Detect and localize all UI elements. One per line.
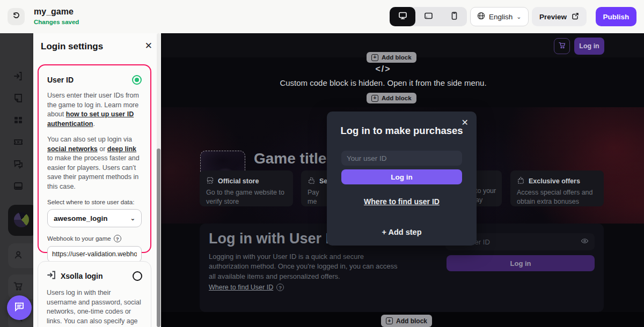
user-id-radio-selected[interactable]: [132, 75, 142, 85]
where-to-find-user-id-link[interactable]: Where to find User ID: [209, 284, 273, 291]
sidebar-chat-icon[interactable]: [13, 159, 25, 170]
topbar: my_game Changes saved: [0, 0, 644, 33]
official-store-card: Official store Go to the game website to…: [200, 170, 293, 206]
plus-icon: +: [371, 54, 378, 61]
modal-login-button[interactable]: Log in: [341, 169, 462, 184]
add-block-button-top[interactable]: + Add block: [367, 52, 416, 63]
card-title: Exclusive offers: [529, 177, 580, 185]
store-data-value: awesome_login: [54, 214, 108, 222]
modal-title: Log in to make purchases: [327, 125, 477, 137]
store-data-label: Select where to store user data:: [47, 199, 142, 205]
store-icon: [206, 176, 214, 186]
xsolla-login-title: Xsolla login: [61, 272, 103, 280]
language-select[interactable]: English ⌄: [470, 7, 529, 26]
preview-label: Preview: [539, 13, 567, 21]
modal-user-id-input[interactable]: [341, 151, 462, 166]
xsolla-login-option-card[interactable]: Xsolla login Users log in with their use…: [38, 261, 151, 327]
lock-icon: [308, 176, 316, 186]
game-logo-icon: [14, 212, 29, 227]
add-block-button-middle[interactable]: + Add block: [367, 93, 416, 103]
cart-icon: [558, 41, 566, 51]
support-chat-button[interactable]: [7, 295, 32, 320]
login-settings-panel: Login settings ✕ User ID Users enter the…: [33, 33, 161, 327]
user-id-title: User ID: [47, 76, 74, 84]
save-status: Changes saved: [34, 19, 79, 25]
sidebar-game-logo[interactable]: [8, 205, 33, 236]
close-icon[interactable]: ✕: [145, 40, 152, 51]
login-purchases-modal: ✕ Log in to make purchases Log in Where …: [327, 112, 477, 246]
section-body: Logging in with your User ID is a quick …: [209, 252, 402, 281]
card-title: Official store: [218, 177, 259, 185]
store-data-select[interactable]: awesome_login ⌄: [47, 209, 142, 227]
tablet-icon: [424, 11, 433, 23]
undo-icon: [12, 11, 21, 23]
sidebar-footer-icon[interactable]: [13, 181, 25, 192]
card-description: Go to the game website to verify store: [206, 188, 287, 206]
add-step-button[interactable]: + Add step: [327, 228, 477, 236]
xsolla-radio-unselected[interactable]: [133, 271, 142, 281]
device-mobile-button[interactable]: [441, 7, 467, 26]
webhook-input[interactable]: [47, 246, 142, 262]
plus-icon: +: [371, 95, 378, 102]
preview-cart-button[interactable]: [554, 38, 570, 54]
section-login-button[interactable]: Log in: [447, 255, 595, 271]
game-title: Game title: [254, 150, 326, 167]
chevron-down-icon: ⌄: [130, 215, 135, 222]
sidebar-blocks-icon[interactable]: [13, 115, 25, 127]
custom-code-hidden-message: Custom code block is hidden. Open it fro…: [161, 78, 605, 87]
add-block-button-bottom[interactable]: + Add block: [381, 315, 432, 327]
sidebar-promo-icon[interactable]: [13, 137, 25, 148]
panel-title: Login settings: [41, 41, 103, 52]
undo-button[interactable]: [8, 8, 25, 25]
mobile-icon: [450, 11, 459, 23]
code-icon: </>: [161, 64, 605, 74]
eye-icon[interactable]: [581, 237, 589, 247]
panel-scrollbar-thumb[interactable]: [157, 148, 160, 327]
chat-bubble-icon: [13, 300, 26, 315]
device-desktop-button[interactable]: [390, 7, 415, 26]
social-networks-link[interactable]: social networks: [47, 145, 98, 153]
sidebar: [0, 33, 33, 327]
page-title: my_game: [34, 7, 74, 17]
xsolla-description: Users log in with their username and pas…: [47, 288, 142, 327]
language-label: English: [489, 13, 513, 21]
publish-button[interactable]: Publish: [596, 7, 636, 26]
external-link-icon: [572, 12, 579, 21]
where-to-find-user-id-link[interactable]: Where to find user ID: [327, 197, 477, 206]
user-id-description-1: Users enter their user IDs from the game…: [47, 91, 142, 129]
globe-icon: [477, 12, 485, 21]
cart-icon: [13, 281, 25, 293]
exclusive-offers-card: Exclusive offers Access special offers a…: [510, 170, 604, 206]
help-icon[interactable]: ?: [114, 235, 121, 242]
help-icon: ?: [276, 284, 284, 291]
card-description: Access special offers and obtain extra b…: [517, 188, 597, 206]
device-toggle-group: [390, 7, 467, 26]
desktop-icon: [398, 11, 407, 23]
user-id-description-2: You can also set up login via social net…: [47, 135, 142, 191]
sidebar-item-account[interactable]: [8, 243, 33, 268]
bag-icon: [517, 176, 525, 186]
user-id-option-card[interactable]: User ID Users enter their user IDs from …: [38, 64, 151, 253]
chevron-down-icon: ⌄: [516, 13, 521, 20]
person-icon: [13, 250, 25, 262]
sidebar-pages-icon[interactable]: [13, 93, 25, 105]
section-heading: Log in with User ID: [209, 231, 340, 247]
webhook-label: Webhook to your game: [47, 235, 111, 242]
device-tablet-button[interactable]: [415, 7, 441, 26]
plus-icon: +: [386, 317, 393, 324]
preview-header-login-button[interactable]: Log in: [574, 38, 604, 55]
xsolla-login-icon: [47, 270, 56, 282]
preview-button[interactable]: Preview: [532, 7, 587, 26]
deep-link-link[interactable]: deep link: [107, 145, 136, 153]
sidebar-login-icon[interactable]: [13, 71, 25, 83]
